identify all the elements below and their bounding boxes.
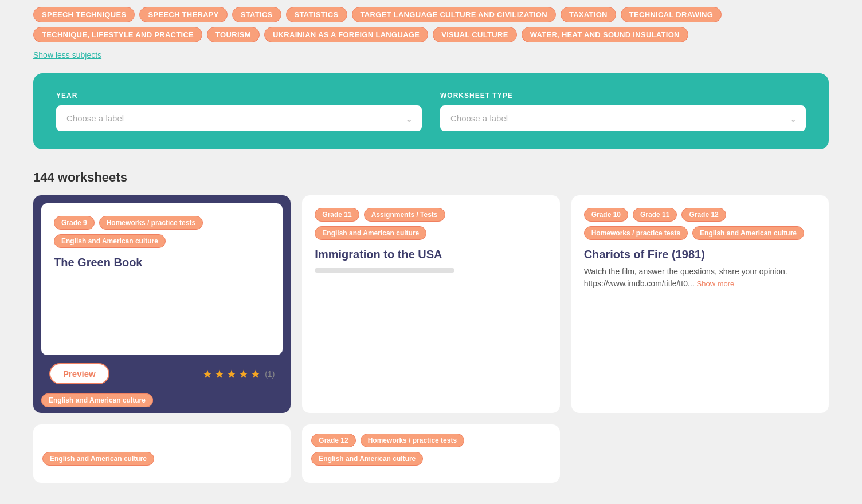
card-2-title: Immigration to the USA (315, 248, 547, 261)
card-1-stars: ★ ★ ★ ★ ★ (1) (202, 367, 275, 381)
show-less-link[interactable]: Show less subjects (33, 50, 101, 60)
card-1-tag-subject[interactable]: English and American culture (54, 234, 166, 248)
card-1-tag-grade[interactable]: Grade 9 (54, 216, 95, 230)
card-2-tag-subject[interactable]: English and American culture (315, 226, 426, 240)
card-3-tag-subject[interactable]: English and American culture (692, 226, 804, 240)
card-5-tags: Grade 12 Homeworks / practice tests Engl… (311, 434, 550, 466)
year-filter-label: YEAR (56, 92, 422, 100)
card-3-title: Chariots of Fire (1981) (584, 248, 816, 261)
worksheet-type-select-wrapper[interactable]: Choose a label ⌄ (440, 105, 806, 131)
card-4-tag-subject[interactable]: English and American culture (42, 452, 154, 466)
card-3-tag-type[interactable]: Homeworks / practice tests (584, 226, 688, 240)
subject-tag-6[interactable]: TECHNICAL DRAWING (621, 7, 722, 22)
subject-tag-3[interactable]: STATISTICS (286, 7, 347, 22)
card-3-desc-text: Watch the film, answer the questions, sh… (584, 267, 787, 288)
card-3-tag-grade-12[interactable]: Grade 12 (681, 208, 726, 222)
card-1-bottom-tag[interactable]: English and American culture (41, 393, 153, 407)
card-3-show-more[interactable]: Show more (697, 279, 735, 288)
subject-tag-9[interactable]: UKRAINIAN AS A FOREIGN LANGUAGE (264, 27, 428, 42)
card-2-tag-grade[interactable]: Grade 11 (315, 208, 359, 222)
subject-tag-0[interactable]: SPEECH TECHNIQUES (33, 7, 135, 22)
card-3-tag-grade-10[interactable]: Grade 10 (584, 208, 628, 222)
card-2: Grade 11 Assignments / Tests English and… (302, 195, 559, 413)
worksheet-type-filter-group: WORKSHEET TYPE Choose a label ⌄ (440, 92, 806, 131)
card-1-footer: Preview ★ ★ ★ ★ ★ (1) (41, 355, 283, 392)
card-5-tag-type[interactable]: Homeworks / practice tests (361, 434, 464, 447)
featured-card-inner: Grade 9 Homeworks / practice tests Engli… (41, 203, 283, 355)
card-5-tag-subject[interactable]: English and American culture (311, 452, 423, 466)
star-5: ★ (250, 367, 261, 381)
subject-tag-8[interactable]: TOURISM (207, 27, 260, 42)
worksheet-type-select[interactable]: Choose a label (440, 105, 806, 131)
card-2-tag-type[interactable]: Assignments / Tests (364, 208, 445, 222)
card-1-tag-type[interactable]: Homeworks / practice tests (99, 216, 203, 230)
card-4-tags: English and American culture (42, 452, 154, 466)
filter-bar: YEAR Choose a label ⌄ WORKSHEET TYPE Cho… (33, 73, 829, 149)
worksheets-count: 144 worksheets (33, 170, 829, 185)
subject-tag-2[interactable]: STATICS (232, 7, 281, 22)
preview-button[interactable]: Preview (49, 363, 109, 384)
card-3: Grade 10 Grade 11 Grade 12 Homeworks / p… (571, 195, 829, 413)
star-3: ★ (226, 367, 237, 381)
card-1-title: The Green Book (54, 256, 270, 269)
card-4-partial: English and American culture (33, 424, 291, 483)
worksheet-type-filter-label: WORKSHEET TYPE (440, 92, 806, 100)
card-1-bottom-partial: English and American culture (41, 395, 283, 405)
subject-tags-container: SPEECH TECHNIQUESSPEECH THERAPYSTATICSST… (33, 7, 829, 42)
cards-grid: Grade 9 Homeworks / practice tests Engli… (33, 195, 829, 483)
year-select-wrapper[interactable]: Choose a label ⌄ (56, 105, 422, 131)
subject-tag-10[interactable]: VISUAL CULTURE (433, 27, 516, 42)
card-3-tags: Grade 10 Grade 11 Grade 12 Homeworks / p… (584, 208, 816, 240)
subject-tag-4[interactable]: TARGET LANGUAGE CULTURE AND CIVILIZATION (352, 7, 556, 22)
card-2-loading (315, 268, 454, 273)
year-select[interactable]: Choose a label (56, 105, 422, 131)
card-3-tag-grade-11[interactable]: Grade 11 (633, 208, 677, 222)
card-1-tags: Grade 9 Homeworks / practice tests Engli… (54, 216, 270, 248)
star-2: ★ (214, 367, 225, 381)
featured-card: Grade 9 Homeworks / practice tests Engli… (33, 195, 291, 413)
card-5-partial: Grade 12 Homeworks / practice tests Engl… (302, 424, 559, 483)
card-2-tags: Grade 11 Assignments / Tests English and… (315, 208, 547, 240)
card-1-rating-count: (1) (265, 369, 275, 379)
star-1: ★ (202, 367, 213, 381)
subject-tag-1[interactable]: SPEECH THERAPY (139, 7, 227, 22)
subject-tag-5[interactable]: TAXATION (561, 7, 616, 22)
subject-tag-11[interactable]: WATER, HEAT AND SOUND INSULATION (522, 27, 688, 42)
star-4: ★ (238, 367, 249, 381)
card-3-description: Watch the film, answer the questions, sh… (584, 266, 816, 290)
subject-tag-7[interactable]: TECHNIQUE, LIFESTYLE AND PRACTICE (33, 27, 202, 42)
card-5-tag-grade[interactable]: Grade 12 (311, 434, 355, 447)
year-filter-group: YEAR Choose a label ⌄ (56, 92, 422, 131)
